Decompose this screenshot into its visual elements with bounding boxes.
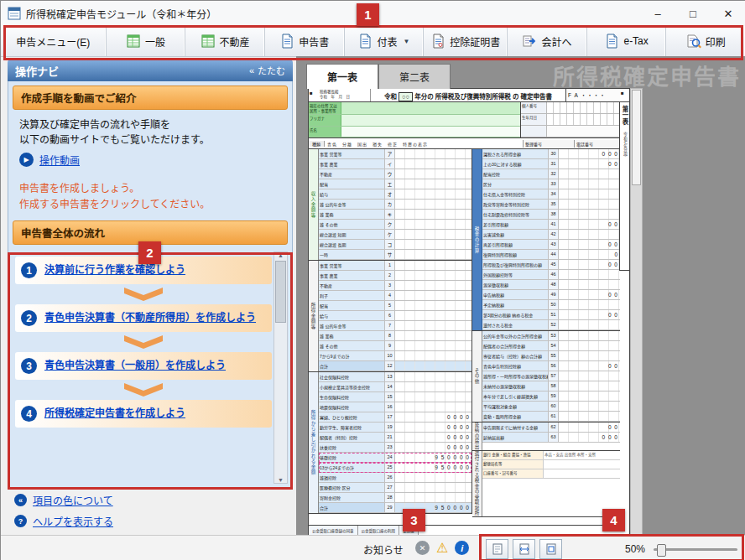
collapse-button[interactable]: « たたむ: [249, 64, 285, 77]
form-row: 7から9までの計10: [319, 351, 471, 361]
chevrons-left-icon: «: [249, 65, 254, 75]
step-item-4[interactable]: 4 所得税確定申告書を作成しよう: [15, 400, 272, 428]
form-row-code: 44: [549, 250, 559, 259]
form-row-value: [395, 149, 471, 158]
form-row: 第3期分の税額 納める税金510 0: [482, 310, 620, 320]
step-item-2[interactable]: 2 青色申告決算書（不動産所得用）を作成しよう: [15, 304, 272, 332]
form-row-label: 不動産: [319, 169, 385, 179]
fit-width-button[interactable]: [513, 539, 535, 559]
deduction-certificate-button[interactable]: 控除証明書: [424, 26, 508, 56]
form-row: 雑 業務キ: [319, 210, 471, 220]
form-row-label: 事業 営業等: [319, 261, 385, 270]
print-button[interactable]: 印刷: [666, 26, 745, 56]
scrollbar-thumb[interactable]: [275, 261, 286, 323]
form-row: 雑所得・一時所得等の源泉徴収税額の合計額57: [482, 371, 620, 381]
form-row-value: 0 0 0 0: [395, 433, 471, 442]
form-row-value: [395, 179, 471, 189]
info-icon[interactable]: i: [455, 541, 469, 555]
steps-scrollbar[interactable]: ▲ ▼: [274, 251, 288, 484]
form-row-label: 総合譲渡 短期: [319, 230, 385, 239]
play-icon[interactable]: ▶: [19, 153, 34, 167]
form-row-value: [395, 210, 471, 219]
warning-icon[interactable]: ⚠: [436, 541, 448, 555]
fit-page-icon: [492, 543, 503, 555]
item-colors-link[interactable]: « 項目の色について: [14, 493, 113, 507]
form-row-value: 0 0: [559, 310, 620, 319]
form-row: 延納届出額630 0 0: [482, 433, 620, 443]
scrollbar-thumb[interactable]: [632, 90, 641, 185]
return-form-button[interactable]: 申告書: [265, 26, 345, 56]
form-row-value: [395, 240, 471, 249]
step-item-3[interactable]: 3 青色申告決算書（一般用）を作成しよう: [15, 352, 272, 380]
form-row-value: [395, 220, 471, 229]
form-row-label: 政党等寄附金等特別控除: [482, 200, 549, 209]
zoom-slider-thumb[interactable]: [657, 544, 666, 557]
tax-form-preview[interactable]: ■ 税務署長殿 令和 年 月 日 令和 ○○ 年分の 所得税及び復興特別所得税 …: [308, 88, 630, 537]
blue-document-icon: [279, 34, 294, 49]
form-row-code: 2: [385, 271, 395, 280]
certificate-document-icon: [430, 34, 445, 49]
step-link: 青色申告決算書（不動産所得用）を作成しよう: [44, 312, 256, 324]
steps-area: 1 決算前に行う作業を確認しよう 2 青色申告決算書（不動産所得用）を作成しよう…: [13, 251, 288, 484]
form-row-label: 申告納税額: [482, 290, 549, 299]
blue-document-icon: [357, 34, 372, 49]
form-row-value: [559, 300, 620, 309]
steps-list: 1 決算前に行う作業を確認しよう 2 青色申告決算書（不動産所得用）を作成しよう…: [13, 251, 274, 484]
to-accounting-button[interactable]: 会計へ: [508, 26, 587, 56]
menu-button[interactable]: 申告メニュー(E): [1, 26, 107, 56]
step-item-1[interactable]: 1 決算前に行う作業を確認しよう: [15, 257, 272, 284]
zoom-slider[interactable]: [654, 548, 737, 551]
form-row-label: 青色申告特別控除額: [482, 361, 549, 371]
form-row: 配偶者（特別）控除210 0 0 0: [319, 433, 471, 443]
video-link[interactable]: 操作動画: [39, 153, 80, 167]
form-row: 公的年金等以外の合計所得金額53: [482, 331, 620, 341]
form-left-column: 収入金額等 事業 営業等ア事業 農業イ不動産ウ配当エ給与オ雑 公的年金等カ雑 業…: [309, 149, 472, 514]
form-row-value: 0 0: [559, 260, 620, 269]
green-ledger-icon: [126, 34, 141, 49]
fit-page-button[interactable]: [486, 539, 508, 559]
tab-sheet-1[interactable]: 第一表: [306, 64, 378, 89]
form-row-value: 9 5 0 0 0 0: [395, 463, 471, 472]
form-row: 不動産ウ: [319, 169, 471, 179]
step-link: 決算前に行う作業を確認しよう: [44, 264, 185, 277]
refund-row-label: 銀行 金庫・組合 農協・漁協: [482, 451, 544, 459]
scroll-up-icon[interactable]: ▲: [278, 252, 284, 258]
etax-button[interactable]: e-Tax: [587, 26, 667, 56]
form-row-code: 5: [385, 301, 395, 310]
form-row-value: [559, 331, 620, 340]
sidebar-panel: 作成手順を動画でご紹介 決算及び確定申告の流れや手順を 以下の動画サイトでもご覧…: [8, 81, 293, 489]
form-row-label: 事業 農業: [319, 159, 385, 169]
form-row: 外国税額控除等46: [482, 270, 620, 280]
preview-vertical-scrollbar[interactable]: [630, 88, 643, 537]
tab-sheet-2[interactable]: 第二表: [378, 64, 451, 89]
attachment-button[interactable]: 付表 ▼: [345, 26, 425, 56]
form-row-code: 55: [549, 351, 559, 360]
form-row-label: 雑 業務: [319, 210, 385, 219]
minimize-button[interactable]: –: [640, 1, 675, 26]
form-row-value: [395, 392, 471, 402]
actual-size-button[interactable]: [539, 539, 562, 559]
show-help-link[interactable]: ? ヘルプを表示する: [14, 514, 113, 528]
chevron-down-icon[interactable]: ▼: [403, 38, 409, 45]
clear-notice-icon[interactable]: ✕: [415, 541, 430, 555]
form-row: 再差引所得税額430 0: [482, 240, 620, 250]
form-row-value: 0 0: [559, 423, 620, 432]
scroll-down-icon[interactable]: ▼: [278, 477, 284, 483]
real-estate-button[interactable]: 不動産: [185, 26, 265, 56]
form-row-label: 7から9までの計: [319, 351, 385, 360]
form-row: 所得税及び復興特別所得税の額450 0: [482, 260, 620, 270]
notice-icons: ✕ ⚠ i: [415, 541, 469, 555]
section-band: その他: [472, 331, 482, 422]
birthdate-label: 生年月日: [521, 114, 547, 125]
form-row-label: 第3期分の税額 納める税金: [482, 310, 549, 319]
close-button[interactable]: ✕: [711, 1, 745, 26]
form-row: 住宅耐震改修特別控除等38: [482, 210, 620, 220]
form-row-code: 54: [549, 341, 559, 350]
maximize-button[interactable]: □: [675, 1, 711, 26]
form-row-value: [395, 250, 471, 259]
form-right-column: 税金の計算 課税される所得金額300 0 0上の30に対する税額310 0配当控…: [472, 149, 620, 517]
form-row-code: 33: [549, 179, 559, 189]
actual-size-icon: [545, 543, 557, 555]
general-ledger-button[interactable]: 一般: [107, 26, 186, 56]
video-description: 決算及び確定申告の流れや手順を 以下の動画サイトでもご覧いただけます。: [13, 110, 288, 151]
